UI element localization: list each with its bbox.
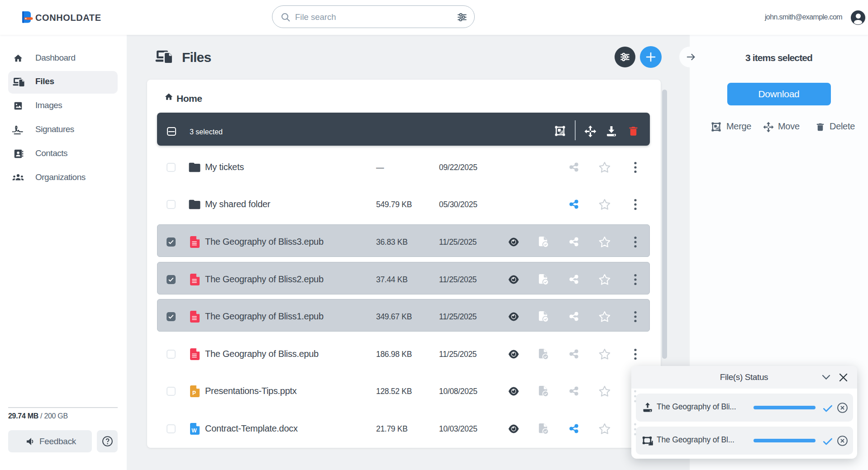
svg-text:P: P <box>192 390 196 396</box>
svg-text:W: W <box>191 427 197 434</box>
